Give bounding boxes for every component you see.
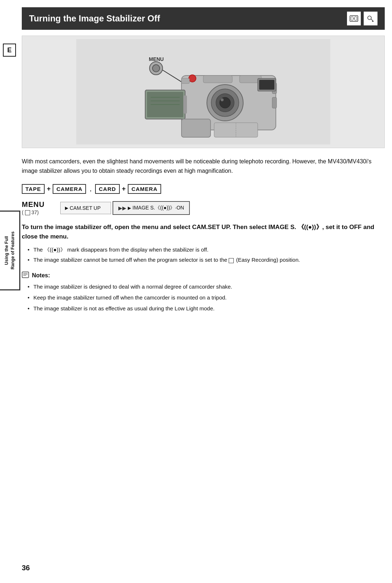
svg-rect-31 (181, 119, 211, 137)
menu-panel-1: ▶ CAM.SET UP (60, 202, 111, 214)
book-icon (22, 272, 29, 278)
camcorder-image: MENU (22, 36, 385, 148)
page-number: 36 (22, 564, 30, 572)
comma-sep: , (90, 185, 91, 193)
svg-rect-30 (259, 80, 274, 90)
svg-rect-2 (355, 17, 357, 20)
plus2: + (122, 185, 126, 193)
card-label: CARD (95, 184, 119, 194)
tape-icon (350, 15, 358, 22)
camcorder-svg: MENU (76, 39, 330, 144)
instruction-text: To turn the image stabilizer off, open t… (22, 223, 385, 241)
svg-rect-1 (351, 17, 353, 20)
description-text: With most camcorders, even the slightest… (22, 157, 385, 175)
sidebar-e-label: E (3, 44, 16, 57)
menu-panel-2: ▶▶ ▶ IMAGE S.《((●))》·ON (113, 201, 190, 215)
svg-line-5 (371, 19, 373, 21)
bullet-item-2: The image stabilizer cannot be turned of… (28, 256, 385, 264)
page-wrapper: E Using the Full Range of Features Turni… (0, 0, 392, 583)
camera1-label: CAMERA (53, 184, 86, 194)
header-bar: Turning the Image Stabilizer Off (22, 7, 385, 30)
notes-title: Notes: (32, 272, 50, 279)
panel1-text: CAM.SET UP (70, 205, 101, 211)
svg-point-18 (221, 98, 224, 101)
panel1-arrow: ▶ (65, 205, 68, 211)
bullet-item-1: The 《((●))》 mark disappears from the dis… (28, 245, 385, 254)
svg-point-11 (152, 65, 160, 72)
panel2-double-arrow: ▶▶ (118, 205, 126, 211)
notes-header: Notes: (22, 272, 385, 280)
key-icon (366, 14, 375, 23)
svg-rect-24 (183, 95, 187, 114)
camera2-label: CAMERA (128, 184, 161, 194)
svg-rect-35 (181, 78, 189, 83)
page-title: Turning the Image Stabilizer Off (29, 13, 160, 24)
note-item-3: The image stabilizer is not as effective… (28, 304, 385, 313)
notes-section: Notes: The image stabilizer is designed … (22, 272, 385, 313)
menu-label-area: MENU ( 37) (22, 200, 54, 215)
svg-text:MENU: MENU (149, 56, 164, 62)
sidebar-section: Using the Full Range of Features (0, 211, 20, 290)
sidebar-vertical-text: Using the Full Range of Features (4, 232, 16, 270)
svg-rect-28 (272, 97, 277, 108)
tape-icon-box (347, 12, 361, 25)
notes-icon (22, 272, 29, 280)
panel2-arrow: ▶ (128, 205, 131, 211)
tape-label: TAPE (22, 184, 45, 194)
menu-ref: ( 37) (22, 209, 39, 215)
panel2-text: IMAGE S.《((●))》·ON (132, 205, 184, 211)
note-item-2: Keep the image stabilizer turned off whe… (28, 293, 385, 302)
plus1: + (47, 185, 51, 193)
svg-rect-36 (22, 272, 29, 278)
menu-text: MENU (22, 200, 45, 209)
mode-row: TAPE + CAMERA , CARD + CAMERA (22, 184, 385, 194)
menu-display: MENU ( 37) ▶ CAM.SET UP ▶▶ ▶ IMAGE S.《((… (22, 200, 385, 215)
main-content: Turning the Image Stabilizer Off (22, 0, 385, 313)
bullet-list: The 《((●))》 mark disappears from the dis… (22, 245, 385, 264)
key-icon-box (364, 12, 377, 25)
header-icons (347, 12, 377, 25)
svg-point-34 (189, 75, 196, 82)
note-item-1: The image stabilizer is designed to deal… (28, 282, 385, 291)
camcorder-illustration: MENU (22, 36, 384, 148)
notes-list: The image stabilizer is designed to deal… (22, 282, 385, 313)
svg-rect-25 (203, 76, 232, 83)
